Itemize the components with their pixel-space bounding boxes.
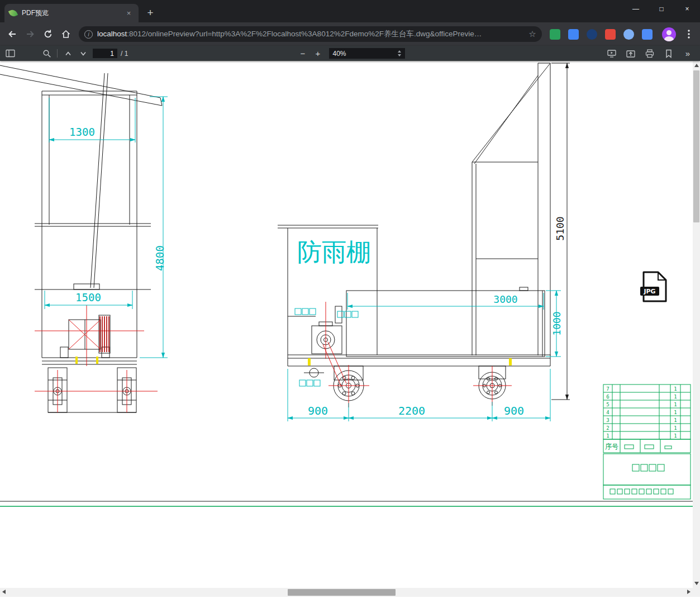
dim-side-right-span: 900 — [504, 404, 524, 417]
print-button[interactable] — [642, 47, 657, 60]
new-tab-button[interactable]: + — [142, 5, 158, 21]
jpg-file-icon: JPG — [640, 272, 666, 301]
next-page-button[interactable] — [75, 47, 91, 60]
profile-avatar[interactable] — [660, 25, 678, 43]
find-button[interactable] — [39, 47, 54, 60]
svg-text:1: 1 — [674, 394, 677, 400]
chevrons-right-icon: » — [685, 49, 689, 58]
page-count-label: / 1 — [121, 50, 128, 58]
site-info-icon[interactable]: i — [84, 30, 93, 39]
open-file-button[interactable] — [623, 47, 638, 60]
bookmark-star-icon[interactable]: ☆ — [525, 29, 540, 39]
zoom-out-button[interactable]: − — [296, 47, 311, 60]
zoom-level-value: 40% — [333, 50, 398, 58]
minimize-button[interactable]: — — [623, 0, 649, 18]
svg-text:6: 6 — [606, 394, 609, 400]
address-bar[interactable]: i localhost:8012/onlinePreview?url=http%… — [79, 26, 542, 42]
title-block — [603, 384, 691, 499]
pdf-viewer-toolbar: / 1 − + 40% » — [0, 46, 700, 61]
reload-icon — [43, 29, 53, 39]
extension-icon-4[interactable] — [605, 29, 616, 40]
svg-text:1: 1 — [674, 402, 677, 407]
browser-tab[interactable]: PDF预览 × — [4, 4, 139, 22]
close-window-button[interactable]: × — [674, 0, 700, 18]
zoom-in-button[interactable]: + — [311, 47, 326, 60]
dim-side-left-span: 900 — [308, 404, 328, 417]
title-block-seq-header: 序号 — [605, 443, 618, 450]
home-icon — [61, 29, 71, 39]
sidebar-toggle-button[interactable] — [3, 47, 18, 60]
toolbar-divider — [57, 49, 58, 58]
reload-button[interactable] — [40, 26, 56, 42]
back-arrow-icon — [7, 29, 17, 39]
svg-text:1: 1 — [674, 417, 677, 423]
kebab-menu-icon — [688, 29, 690, 39]
forward-arrow-icon — [25, 29, 35, 39]
browser-window: PDF预览 × + — □ × i localhost:8012/onlineP… — [0, 0, 700, 603]
search-icon — [42, 49, 51, 58]
window-controls: — □ × — [623, 0, 700, 18]
svg-text:1: 1 — [674, 433, 677, 439]
dim-front-mid-width: 1500 — [75, 291, 101, 303]
svg-text:5: 5 — [606, 402, 609, 407]
scroll-down-arrow-icon[interactable] — [694, 582, 699, 585]
more-tools-button[interactable]: » — [680, 47, 695, 60]
select-arrow-down-icon — [398, 54, 401, 56]
presentation-mode-icon — [607, 50, 616, 58]
title-bar: PDF预览 × + — □ × — [0, 0, 700, 22]
navigation-bar: i localhost:8012/onlinePreview?url=http%… — [0, 22, 700, 46]
cad-drawing: 1300 4800 1500 — [0, 61, 693, 588]
scroll-left-arrow-icon[interactable] — [2, 590, 6, 594]
select-arrows-icon — [398, 50, 401, 56]
maximize-button[interactable]: □ — [649, 0, 674, 18]
svg-text:1: 1 — [674, 410, 677, 415]
home-button[interactable] — [58, 26, 74, 42]
previous-page-button[interactable] — [60, 47, 75, 60]
bookmark-flag-icon — [665, 49, 673, 58]
svg-text:1: 1 — [606, 433, 609, 439]
zoom-level-select[interactable]: 40% — [329, 48, 405, 59]
horizontal-scrollbar[interactable] — [0, 588, 693, 597]
document-viewport: 1300 4800 1500 — [0, 61, 700, 603]
back-button[interactable] — [4, 26, 21, 42]
svg-text:4: 4 — [606, 410, 609, 415]
extension-icon-1[interactable] — [550, 29, 560, 40]
svg-text:3: 3 — [606, 417, 609, 423]
vertical-scrollbar[interactable] — [693, 61, 700, 588]
front-view-dimensions — [45, 97, 168, 358]
scroll-right-arrow-icon[interactable] — [687, 590, 691, 594]
dim-side-box-length: 3000 — [493, 293, 517, 305]
forward-button[interactable] — [22, 26, 39, 42]
toolbar-right-group: » — [604, 47, 697, 60]
svg-text:7: 7 — [606, 386, 609, 392]
browser-menu-button[interactable] — [681, 26, 697, 42]
dim-front-height: 4800 — [154, 245, 166, 271]
url-path: :8012/onlinePreview?url=http%3A%2F%2Floc… — [127, 30, 482, 38]
extension-icon-3[interactable] — [587, 29, 597, 40]
dim-side-total-height: 5100 — [554, 216, 566, 240]
scroll-up-arrow-icon[interactable] — [694, 64, 699, 67]
tab-close-icon[interactable]: × — [124, 8, 134, 18]
front-view-geometry — [0, 65, 162, 412]
bookmark-button[interactable] — [661, 47, 676, 60]
avatar-head — [666, 30, 672, 35]
side-view-geometry — [278, 63, 550, 401]
svg-text:2: 2 — [606, 425, 609, 431]
presentation-mode-button[interactable] — [604, 47, 619, 60]
svg-text:1: 1 — [674, 386, 677, 392]
extension-icon-5[interactable] — [623, 29, 634, 40]
print-icon — [645, 49, 654, 58]
horizontal-scrollbar-thumb[interactable] — [288, 589, 396, 596]
url-host: localhost — [97, 30, 127, 38]
rain-shelter-label: 防雨棚 — [297, 238, 371, 266]
side-view-dimensions — [288, 291, 561, 421]
extension-icon-6[interactable] — [642, 29, 653, 40]
avatar-icon — [662, 27, 676, 41]
sidebar-toggle-icon — [6, 49, 15, 58]
extension-icon-2[interactable] — [568, 29, 579, 40]
vertical-scrollbar-thumb[interactable] — [693, 70, 699, 222]
dim-side-wheelbase: 2200 — [398, 404, 425, 417]
svg-text:1: 1 — [674, 425, 677, 431]
front-view-coupling-hatch — [100, 316, 109, 352]
page-number-input[interactable] — [93, 49, 117, 58]
